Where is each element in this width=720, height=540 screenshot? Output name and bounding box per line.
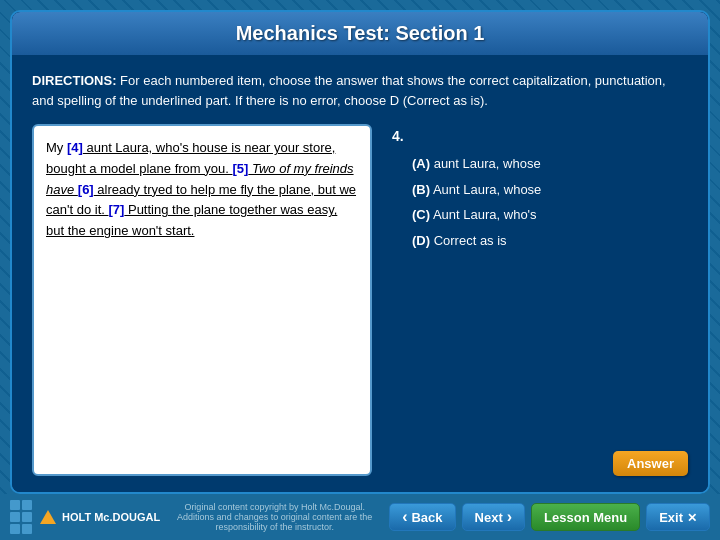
- exit-button[interactable]: Exit: [646, 503, 710, 531]
- answer-text-d: Correct as is: [430, 233, 507, 248]
- answer-text-c: Aunt Laura, who's: [430, 207, 537, 222]
- grid-icon: [10, 500, 32, 534]
- exit-label: Exit: [659, 510, 683, 525]
- answer-label-d: (D): [412, 233, 430, 248]
- bracket-6: [6]: [78, 182, 94, 197]
- grid-cell-6: [22, 524, 32, 534]
- lesson-menu-button[interactable]: Lesson Menu: [531, 503, 640, 531]
- directions-body: For each numbered item, choose the answe…: [32, 73, 666, 108]
- answer-button[interactable]: Answer: [613, 451, 688, 476]
- back-label: Back: [411, 510, 442, 525]
- answers-column: 4. (A) aunt Laura, whose (B) Aunt Laura,…: [392, 124, 688, 476]
- exit-x-icon: [687, 510, 697, 525]
- directions-label: DIRECTIONS:: [32, 73, 117, 88]
- holt-logo: HOLT Mc.DOUGAL: [40, 510, 160, 524]
- answer-label-c: (C): [412, 207, 430, 222]
- question-number: 4.: [392, 128, 688, 144]
- passage-box: My [4] aunt Laura, who's house is near y…: [32, 124, 372, 476]
- bracket-4: [4]: [67, 140, 83, 155]
- answer-label-b: (B): [412, 182, 430, 197]
- directions: DIRECTIONS: For each numbered item, choo…: [32, 71, 688, 110]
- brand-text: HOLT Mc.DOUGAL: [62, 511, 160, 523]
- bracket-5: [5]: [232, 161, 248, 176]
- grid-cell-5: [10, 524, 20, 534]
- next-label: Next: [475, 510, 503, 525]
- content-area: DIRECTIONS: For each numbered item, choo…: [12, 55, 708, 492]
- next-button[interactable]: Next: [462, 503, 526, 531]
- next-arrow-icon: [507, 509, 512, 525]
- question-row: My [4] aunt Laura, who's house is near y…: [32, 124, 688, 476]
- answer-label-a: (A): [412, 156, 430, 171]
- back-button[interactable]: Back: [389, 503, 455, 531]
- answer-text-a: aunt Laura, whose: [430, 156, 541, 171]
- main-container: Mechanics Test: Section 1 DIRECTIONS: Fo…: [10, 10, 710, 494]
- answer-option-a: (A) aunt Laura, whose: [392, 154, 688, 174]
- bottom-bar: HOLT Mc.DOUGAL Original content copyrigh…: [0, 494, 720, 540]
- back-arrow-icon: [402, 509, 407, 525]
- grid-cell-4: [22, 512, 32, 522]
- page-title: Mechanics Test: Section 1: [236, 22, 485, 44]
- holt-triangle-icon: [40, 510, 56, 524]
- bracket-7: [7]: [108, 202, 124, 217]
- grid-cell-3: [10, 512, 20, 522]
- title-bar: Mechanics Test: Section 1: [12, 12, 708, 55]
- nav-buttons: Back Next Lesson Menu Exit: [389, 503, 710, 531]
- passage-intro: My: [46, 140, 67, 155]
- answer-option-b: (B) Aunt Laura, whose: [392, 180, 688, 200]
- bottom-left: HOLT Mc.DOUGAL: [10, 500, 160, 534]
- grid-cell-1: [10, 500, 20, 510]
- grid-cell-2: [22, 500, 32, 510]
- answer-option-c: (C) Aunt Laura, who's: [392, 205, 688, 225]
- copyright-text: Original content copyright by Holt Mc.Do…: [160, 502, 389, 532]
- answer-text-b: Aunt Laura, whose: [430, 182, 541, 197]
- answer-option-d: (D) Correct as is: [392, 231, 688, 251]
- brand-name: HOLT Mc.DOUGAL: [62, 511, 160, 523]
